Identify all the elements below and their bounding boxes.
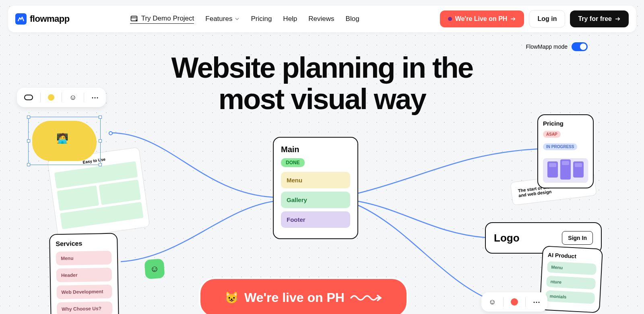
nav-features[interactable]: Features: [205, 15, 239, 23]
hero-line-1: Website planning in the: [171, 52, 473, 84]
live-on-ph-button[interactable]: We're Live on PH: [440, 10, 524, 27]
nav-pricing[interactable]: Pricing: [251, 15, 272, 23]
mode-toggle-group: FlowMapp mode: [526, 42, 588, 51]
nav-reviews[interactable]: Reviews: [308, 15, 334, 23]
header: flowmapp Try Demo Project Features Prici…: [8, 6, 636, 32]
resize-handle[interactable]: [27, 139, 30, 143]
ph-dot-icon: [448, 17, 452, 21]
nav-label: Features: [205, 15, 232, 23]
banner-label: We're live on PH: [244, 290, 345, 305]
chevron-down-icon: [235, 17, 239, 21]
status-badge: IN PROGRESS: [543, 143, 577, 150]
try-free-button[interactable]: Try for free: [570, 10, 629, 27]
login-button[interactable]: Log in: [529, 10, 565, 28]
header-actions: We're Live on PH Log in Try for free: [440, 10, 629, 28]
section-row[interactable]: Menu: [281, 172, 350, 188]
card-title: Main: [281, 145, 350, 154]
wireframe-block: [99, 180, 141, 205]
section-row[interactable]: monials: [545, 290, 595, 304]
section-row[interactable]: Web Development: [56, 285, 112, 299]
pricing-thumbnails: [543, 158, 588, 183]
mode-toggle[interactable]: [572, 42, 588, 51]
nav: Try Demo Project Features Pricing Help R…: [130, 14, 359, 24]
card-title: AI Product: [548, 252, 597, 260]
color-tool-icon[interactable]: [511, 298, 518, 306]
arrow-right-icon: [615, 16, 621, 22]
card-title: Pricing: [543, 120, 588, 127]
divider: [525, 297, 526, 307]
hero-title: Website planning in the most visual way: [0, 52, 644, 115]
divider: [503, 297, 504, 307]
pricing-card[interactable]: Pricing ASAP IN PROGRESS: [537, 114, 594, 188]
button-label: We're Live on PH: [455, 15, 508, 23]
selection-box: [28, 117, 101, 165]
resize-handle[interactable]: [99, 116, 102, 119]
logo[interactable]: flowmapp: [15, 13, 70, 25]
connector-handle[interactable]: [109, 131, 113, 135]
wireframe-block: [57, 186, 99, 211]
brand-name: flowmapp: [30, 14, 70, 24]
thumb-icon: [547, 161, 558, 178]
resize-handle[interactable]: [27, 163, 30, 166]
services-card[interactable]: Services Menu Header Web Development Why…: [49, 233, 119, 314]
section-row[interactable]: Menu: [547, 261, 597, 275]
nav-try-demo[interactable]: Try Demo Project: [130, 14, 194, 24]
section-row[interactable]: Header: [56, 268, 112, 282]
section-row[interactable]: Gallery: [281, 192, 350, 208]
mode-label: FlowMapp mode: [526, 43, 568, 50]
window-icon: [130, 14, 138, 23]
thumb-icon: [560, 159, 571, 180]
status-badge: DONE: [281, 158, 305, 167]
resize-handle[interactable]: [99, 139, 102, 143]
hero-line-2: most visual way: [219, 83, 426, 115]
floating-toolbar-bottom: ☺ ⋯: [481, 292, 547, 312]
emoji-tool-icon[interactable]: ☺: [489, 298, 496, 306]
nav-blog[interactable]: Blog: [346, 15, 359, 23]
status-badge: ASAP: [543, 131, 561, 138]
cat-icon: 😺: [225, 291, 239, 304]
section-row[interactable]: Why Choose Us?: [57, 302, 113, 314]
ai-product-card[interactable]: AI Product Menu nture monials: [539, 246, 603, 313]
nav-label: Try Demo Project: [141, 14, 194, 23]
main-card[interactable]: Main DONE Menu Gallery Footer: [273, 137, 358, 239]
card-title: Services: [56, 240, 111, 248]
selected-shape[interactable]: 🧑‍💻: [28, 117, 101, 165]
section-row[interactable]: nture: [546, 276, 596, 289]
thumb-icon: [573, 161, 584, 178]
section-row[interactable]: Menu: [56, 251, 112, 265]
section-row[interactable]: Footer: [281, 211, 350, 228]
logo-mark-icon: [15, 13, 27, 25]
button-label: Try for free: [578, 15, 612, 23]
signin-button[interactable]: Sign In: [562, 231, 593, 245]
resize-handle[interactable]: [27, 116, 30, 119]
resize-handle[interactable]: [99, 163, 102, 166]
wireframe-grid: [54, 161, 144, 229]
squiggle-icon: [350, 293, 382, 303]
nav-help[interactable]: Help: [283, 15, 297, 23]
arrow-right-icon: [510, 16, 516, 22]
badge-row: ASAP IN PROGRESS: [543, 130, 588, 155]
logo-text: Logo: [494, 232, 520, 244]
ph-banner-button[interactable]: 😺 We're live on PH: [199, 277, 408, 314]
more-tool-icon[interactable]: ⋯: [533, 297, 540, 306]
smiley-sticker[interactable]: ☺: [144, 258, 165, 279]
